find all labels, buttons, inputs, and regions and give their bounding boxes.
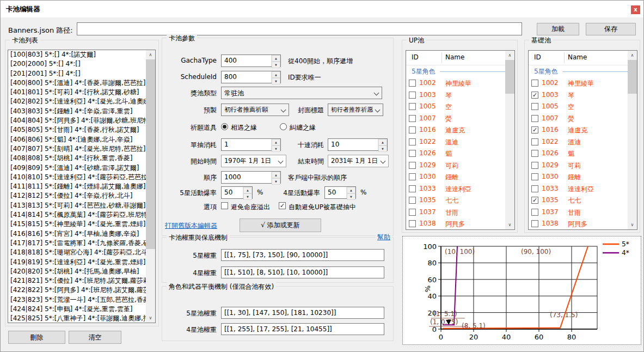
save-button[interactable]: 保存 [586,23,636,35]
row-checkbox[interactable] [409,185,416,192]
pool-list-item[interactable]: [421|821] 5*:[優拉] 4*:[班尼特,諾艾爾,蘿莎莉亞] [8,276,146,286]
pool-list-item[interactable]: [410|810] 5*:[達達利亞] 4*:[蘿莎莉亞,芭芭拉,菲謝爾] [8,173,146,182]
start-time-picker[interactable]: 1970年 1月 1日 [221,155,286,167]
pool-list-item[interactable]: [100|803] 5*:[] 4*:[諾艾爾] [8,50,146,59]
row-checkbox[interactable]: ✓ [531,126,538,133]
base-pool-scrollbar[interactable]: ∧ ∨ [628,51,637,229]
row-checkbox[interactable] [409,173,416,180]
pool-list-item[interactable]: [424|824] 5*:[申鶴] 4*:[凝光,重雲,雲堇] [8,305,146,314]
up-pool-table[interactable]: ID Name 5星角色 1002神里綾華1003琴1005空1007熒1016… [406,50,515,230]
path-input[interactable] [77,22,522,35]
pool-table-row[interactable]: 1002神里綾華 [406,77,514,89]
pool-list-item[interactable]: [413|813] 5*:[可莉] 4*:[芭芭拉,砂糖,菲謝爾] [8,201,146,210]
delete-button[interactable]: 刪除 [8,331,65,344]
pool-table-row[interactable]: 1026魈 [529,148,637,160]
pool-table-row[interactable]: ✓1003琴 [529,89,637,101]
scroll-down-icon[interactable]: ∨ [146,313,155,323]
pool-table-row[interactable]: 1016迪盧克 [406,124,514,136]
pool-list-item[interactable]: [406|806] 5*:[魈] 4*:[迪奧娜,北斗,辛焱] [8,135,146,144]
pool-list-item[interactable]: [418|818] 5*:[珊瑚宮心海] 4*:[蘿莎莉亞,北斗,行秋] [8,248,146,257]
pool-table-row[interactable]: 1022溫迪 [529,136,637,148]
pool-table-row[interactable]: 1002神里綾華 [529,77,637,89]
pool-table-row[interactable]: 1030鍾離 [406,171,514,183]
pool-list-item[interactable]: [402|802] 5*:[達達利亞] 4*:[凝光,北斗,迪奧娜] [8,97,146,106]
schedule-id-spinner[interactable]: 800 ▲▼ [221,71,281,83]
help-link[interactable]: 幫助 [376,233,392,242]
row-checkbox[interactable] [409,209,416,216]
pool-list-item[interactable]: [422|822] 5*:[阿貝多] 4*:[班尼特,諾艾爾,蘿莎莉亞] [8,286,146,295]
pool-table-row[interactable]: 1005空 [529,101,637,113]
pool-list-item[interactable]: [404|804] 5*:[阿貝多] 4*:[菲謝爾,砂糖,班尼特] [8,116,146,125]
pool-list-item[interactable]: [409|809] 5*:[溫迪] 4*:[砂糖,雷澤,諾艾爾] [8,163,146,173]
pool-table-row[interactable]: 1005空 [406,101,514,113]
scrollbar-thumb[interactable] [505,60,514,94]
row-checkbox[interactable] [531,220,538,227]
pool-table-row[interactable]: 1026魈 [406,148,514,160]
spinner-up-down-icons[interactable]: ▲▼ [271,139,280,150]
scroll-up-icon[interactable]: ∧ [628,51,637,60]
cover-title-combobox[interactable]: 初行者推荐祈愿 [328,104,383,116]
single-cost-spinner[interactable]: 1 ▲▼ [221,138,281,151]
row-checkbox[interactable]: ✓ [531,197,538,204]
pool-table-row[interactable]: 1022溫迪 [406,136,514,148]
pool-list-item[interactable]: [408|808] 5*:[胡桃] 4*:[行秋,重雲,香菱] [8,154,146,163]
row-checkbox[interactable] [409,80,416,87]
pool-list-item[interactable]: [423|823] 5*:[荒瀧一斗] 4*:[五郎,芭芭拉,香菱] [8,295,146,305]
scrollbar-thumb[interactable] [628,60,637,94]
radio-entwined-fate[interactable] [280,123,287,130]
spinner-up-down-icons[interactable]: ▲▼ [378,139,387,150]
pool-list-item[interactable]: [405|805] 5*:[甘雨] 4*:[香菱,行秋,諾艾爾] [8,125,146,135]
up-pool-scrollbar[interactable]: ∧ ∨ [505,51,514,229]
pool-table-row[interactable]: 1033達達利亞 [529,183,637,195]
row-checkbox[interactable]: ✓ [531,92,538,99]
spinner-up-down-icons[interactable]: ▲▼ [271,71,280,83]
row-checkbox[interactable] [409,92,416,99]
row-checkbox[interactable] [409,138,416,145]
pool-table-row[interactable]: ✓1016迪盧克 [529,124,637,136]
pool-table-row[interactable]: 1003琴 [406,89,514,101]
weight4-input[interactable]: [[1, 510], [8, 510], [10, 10000]] [221,266,384,278]
pool-list-item[interactable]: [403|803] 5*:[鍾離] 4*:[辛焱,雷澤,重雲] [8,107,146,116]
pool-list-item[interactable]: [412|812] 5*:[優拉] 4*:[辛焱,行秋,北斗] [8,191,146,201]
row-checkbox[interactable] [409,126,416,133]
pool-weight4-input[interactable]: [[1, 255], [17, 255], [21, 10455]] [221,323,384,335]
add-or-update-button[interactable]: √ 添加或更新 [240,219,321,232]
spinner-up-down-icons[interactable]: ▲▼ [271,55,280,66]
pool-table-row[interactable]: 1029可莉 [529,160,637,172]
end-time-picker[interactable]: 2031年 1月 1日 [328,155,389,167]
pool-table-row[interactable]: 1030鍾離 [529,171,637,183]
weight5-input[interactable]: [[1, 75], [73, 150], [90, 10000]] [221,249,384,261]
row-checkbox[interactable] [409,115,416,122]
scroll-up-icon[interactable]: ∧ [146,50,155,59]
pool-table-row[interactable]: 1007熒 [406,113,514,125]
scroll-up-icon[interactable]: ∧ [505,51,514,60]
pool-list-item[interactable]: [420|820] 5*:[胡桃] 4*:[托馬,迪奧娜,早柚] [8,267,146,276]
pool-list-item[interactable]: [401|801] 5*:[可莉] 4*:[行秋,諾艾爾,砂糖] [8,88,146,97]
row-checkbox[interactable] [531,103,538,110]
rate5-spinner[interactable]: 50 ▲▼ [221,186,253,199]
pool-type-combobox[interactable]: 常驻池 [221,87,382,99]
pool-list-item[interactable]: [407|807] 5*:[刻晴] 4*:[凝光,班尼特,芭芭拉] [8,144,146,154]
open-old-editor-link[interactable]: 打開舊版本編輯器 [165,221,217,230]
prefab-combobox[interactable]: 初行者推薦祈願 [221,104,289,116]
pool-table-row[interactable]: 1029可莉 [406,160,514,172]
row-checkbox[interactable] [531,138,538,145]
pool-table-row[interactable]: 1007熒 [529,113,637,125]
clear-button[interactable]: 清空 [69,331,121,344]
rate4-spinner[interactable]: 50 ▲▼ [324,186,356,199]
radio-meeting-fate[interactable] [221,123,228,130]
scrollbar-thumb[interactable] [146,59,155,249]
pool-table-row[interactable]: 1035七七 [406,195,514,207]
gacha-type-spinner[interactable]: 400 ▲▼ [221,54,281,67]
row-checkbox[interactable] [409,150,416,157]
pool-list-item[interactable]: [411|811] 5*:[鍾離] 4*:[煙緋,諾艾爾,迪奧娜] [8,182,146,191]
row-checkbox[interactable] [531,80,538,87]
row-checkbox[interactable] [531,115,538,122]
scroll-down-icon[interactable]: ∨ [505,220,514,229]
pool-table-row[interactable]: 1037甘雨 [529,207,637,219]
spinner-up-down-icons[interactable]: ▲▼ [346,187,355,198]
pool-list-item[interactable]: [414|814] 5*:[楓原萬葉] 4*:[蘿莎莉亞,班尼特,雷澤] [8,210,146,220]
row-checkbox[interactable] [409,162,416,169]
row-checkbox[interactable] [409,103,416,110]
row-checkbox[interactable] [531,209,538,216]
